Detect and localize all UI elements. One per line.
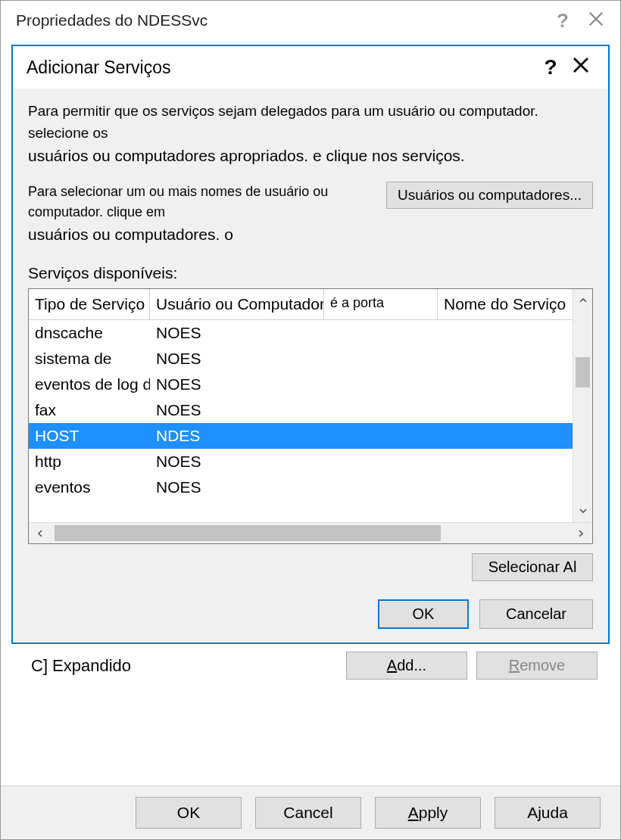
scroll-thumb[interactable]	[576, 357, 590, 387]
header-service-type[interactable]: Tipo de Serviço	[29, 289, 150, 319]
instruction-line: usuários ou computadores apropriados. e …	[28, 147, 465, 164]
cell-service-type: dnscache	[29, 324, 150, 342]
instruction-row-2: Para selecionar um ou mais nomes de usuá…	[28, 182, 593, 247]
vertical-scrollbar[interactable]	[573, 289, 592, 522]
cell-service-type: http	[29, 453, 150, 471]
table-row[interactable]: faxNOES	[29, 397, 592, 423]
header-service-name[interactable]: Nome do Serviço	[438, 289, 592, 319]
cell-user-computer: NOES	[150, 453, 324, 471]
inner-title: Adicionar Serviços	[27, 58, 535, 78]
add-services-dialog: Adicionar Serviços ? Para permitir que o…	[11, 45, 610, 644]
cell-user-computer: NOES	[150, 375, 324, 394]
cell-user-computer: NOES	[150, 478, 324, 496]
instruction-text-1: Para permitir que os serviços sejam dele…	[28, 101, 593, 168]
scroll-track[interactable]	[51, 523, 570, 543]
list-headers[interactable]: Tipo de Serviço Usuário ou Computador é …	[29, 289, 592, 320]
services-listbox[interactable]: Tipo de Serviço Usuário ou Computador é …	[28, 288, 593, 544]
cell-service-type: HOST	[29, 427, 150, 445]
table-row[interactable]: eventosNOES	[29, 474, 592, 500]
header-user-computer[interactable]: Usuário ou Computador	[150, 289, 324, 319]
outer-ok-button[interactable]: OK	[136, 797, 242, 829]
inner-body: Para permitir que os serviços sejam dele…	[13, 89, 608, 642]
cell-user-computer: NDES	[150, 427, 324, 445]
header-port[interactable]: é a porta	[324, 289, 438, 319]
cell-service-type: eventos de log de	[29, 375, 150, 394]
cell-user-computer: NOES	[150, 324, 324, 342]
select-all-row: Selecionar Al	[28, 553, 593, 581]
ok-cancel-row: OK Cancelar	[28, 599, 593, 629]
scroll-track[interactable]	[573, 312, 592, 499]
outer-title: Propriedades do NDESSvc	[16, 11, 546, 30]
available-services-label: Serviços disponíveis:	[28, 264, 593, 282]
outer-cancel-button[interactable]: Cancel	[255, 797, 361, 829]
instruction-text-2: Para selecionar um ou mais nomes de usuá…	[28, 182, 379, 247]
add-button[interactable]: Add...	[346, 652, 467, 680]
cell-user-computer: NOES	[150, 401, 324, 419]
cell-service-type: fax	[29, 401, 150, 419]
table-row[interactable]: HOSTNDES	[29, 423, 592, 449]
inner-titlebar: Adicionar Serviços ?	[13, 46, 608, 89]
properties-window: Propriedades do NDESSvc ? Adicionar Serv…	[0, 0, 621, 840]
cell-service-type: eventos	[29, 478, 150, 496]
table-row[interactable]: httpNOES	[29, 449, 592, 474]
inner-help-button[interactable]: ?	[535, 55, 566, 79]
close-icon	[572, 56, 590, 74]
outer-close-button[interactable]	[579, 11, 613, 31]
cell-user-computer: NOES	[150, 350, 324, 368]
instruction-line: Para permitir que os serviços sejam dele…	[28, 103, 538, 141]
ok-button[interactable]: OK	[378, 599, 469, 629]
apply-button[interactable]: Apply	[375, 797, 481, 829]
instruction-line: Para selecionar um ou mais nomes de usuá…	[28, 184, 328, 219]
users-computers-button[interactable]: Usuários ou computadores...	[386, 182, 593, 209]
bottom-button-bar: OK Cancel Apply Ajuda	[1, 786, 620, 839]
expanded-label: C] Expandido	[31, 656, 337, 676]
instruction-line: usuários ou computadores. o	[28, 226, 233, 243]
cancel-button[interactable]: Cancelar	[479, 599, 593, 629]
remove-button[interactable]: Remove	[476, 652, 598, 680]
select-all-button[interactable]: Selecionar Al	[472, 553, 593, 581]
cell-service-type: sistema de	[29, 350, 150, 368]
table-row[interactable]: eventos de log deNOES	[29, 372, 592, 397]
table-row[interactable]: sistema deNOES	[29, 346, 592, 372]
close-icon	[588, 11, 604, 27]
outer-titlebar: Propriedades do NDESSvc ?	[1, 1, 620, 40]
help-button[interactable]: Ajuda	[495, 797, 601, 829]
scroll-left-icon[interactable]	[29, 523, 51, 543]
scroll-up-icon[interactable]	[573, 289, 592, 312]
scroll-down-icon[interactable]	[573, 499, 592, 522]
table-row[interactable]: dnscacheNOES	[29, 320, 592, 346]
parent-expanded-row: C] Expandido Add... Remove	[31, 652, 598, 680]
scroll-right-icon[interactable]	[570, 523, 592, 543]
list-rows[interactable]: dnscacheNOESsistema deNOESeventos de log…	[29, 320, 592, 522]
outer-help-button[interactable]: ?	[546, 9, 579, 33]
inner-close-button[interactable]	[566, 56, 596, 79]
horizontal-scrollbar[interactable]	[29, 522, 592, 543]
scroll-thumb[interactable]	[55, 525, 441, 541]
